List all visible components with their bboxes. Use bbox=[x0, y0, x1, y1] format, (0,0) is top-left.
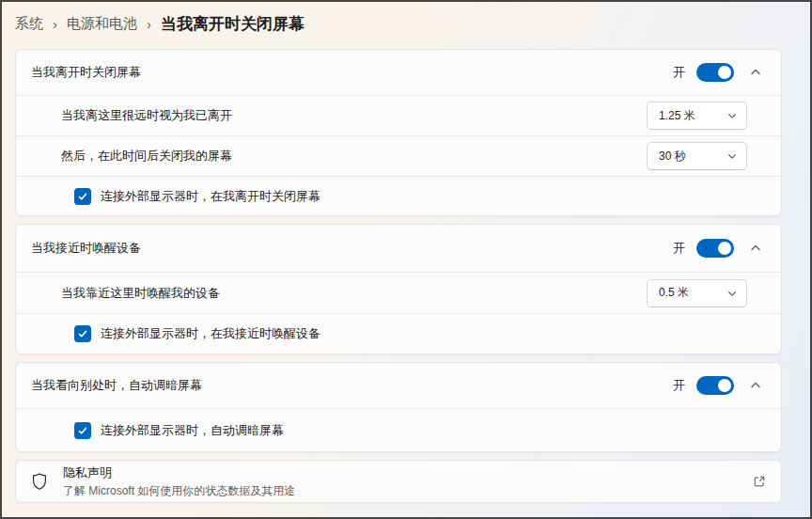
breadcrumb-separator-icon: › bbox=[147, 16, 151, 33]
chevron-down-icon bbox=[727, 289, 737, 298]
setting-row-leave-distance: 当我离这里很远时视为我已离开 1.25 米 bbox=[16, 95, 781, 135]
setting-label: 然后，在此时间后关闭我的屏幕 bbox=[61, 148, 232, 165]
card-title: 当我接近时唤醒设备 bbox=[31, 240, 141, 257]
checkbox-row-external-display-dim[interactable]: 连接外部显示器时，自动调暗屏幕 bbox=[16, 408, 781, 451]
settings-window: 系统 › 电源和电池 › 当我离开时关闭屏幕 当我离开时关闭屏幕 开 当我离这里… bbox=[0, 0, 812, 519]
privacy-text: 隐私声明 了解 Microsoft 如何使用你的状态数据及其用途 bbox=[63, 464, 738, 499]
dropdown-value: 1.25 米 bbox=[659, 108, 695, 124]
header-controls: 开 bbox=[673, 62, 766, 83]
dropdown-value: 30 秒 bbox=[659, 149, 686, 165]
checkbox-label: 连接外部显示器时，自动调暗屏幕 bbox=[101, 422, 284, 439]
chevron-up-icon[interactable] bbox=[745, 62, 766, 83]
expander-header-wake-on-approach[interactable]: 当我接近时唤醒设备 开 bbox=[16, 225, 781, 272]
setting-label: 当我离这里很远时视为我已离开 bbox=[61, 107, 232, 124]
toggle-state-label: 开 bbox=[673, 64, 685, 81]
checkbox-row-external-display-screen-off[interactable]: 连接外部显示器时，在我离开时关闭屏幕 bbox=[16, 176, 781, 215]
card-wake-on-approach: 当我接近时唤醒设备 开 当我靠近这里时唤醒我的设备 0.5 米 连接 bbox=[15, 224, 782, 354]
card-dim-on-look-away: 当我看向别处时，自动调暗屏幕 开 连接外部显示器时，自动调暗屏幕 bbox=[15, 362, 782, 452]
page-title: 当我离开时关闭屏幕 bbox=[161, 13, 304, 35]
privacy-title: 隐私声明 bbox=[63, 464, 738, 481]
breadcrumb-separator-icon: › bbox=[53, 16, 57, 33]
checkbox-label: 连接外部显示器时，在我离开时关闭屏幕 bbox=[101, 188, 320, 205]
screen-off-toggle[interactable] bbox=[696, 63, 734, 82]
privacy-description: 了解 Microsoft 如何使用你的状态数据及其用途 bbox=[63, 483, 738, 499]
checkbox-label: 连接外部显示器时，在我接近时唤醒设备 bbox=[101, 325, 320, 342]
privacy-statement-link[interactable]: 隐私声明 了解 Microsoft 如何使用你的状态数据及其用途 bbox=[15, 460, 782, 503]
card-title: 当我离开时关闭屏幕 bbox=[31, 64, 141, 81]
chevron-up-icon[interactable] bbox=[745, 375, 766, 396]
checkbox-row-external-display-wake[interactable]: 连接外部显示器时，在我接近时唤醒设备 bbox=[16, 313, 781, 354]
breadcrumb-system[interactable]: 系统 bbox=[15, 15, 43, 33]
expander-header-screen-off[interactable]: 当我离开时关闭屏幕 开 bbox=[16, 50, 781, 95]
chevron-down-icon bbox=[727, 151, 737, 161]
dim-on-look-away-toggle[interactable] bbox=[696, 376, 734, 395]
toggle-state-label: 开 bbox=[673, 377, 685, 394]
toggle-knob bbox=[718, 66, 731, 79]
breadcrumb-power-and-battery[interactable]: 电源和电池 bbox=[67, 15, 137, 33]
toggle-knob bbox=[718, 379, 731, 392]
header-controls: 开 bbox=[673, 375, 766, 396]
dropdown-value: 0.5 米 bbox=[659, 285, 689, 301]
breadcrumb: 系统 › 电源和电池 › 当我离开时关闭屏幕 bbox=[2, 2, 810, 49]
leave-distance-dropdown[interactable]: 1.25 米 bbox=[647, 102, 747, 130]
header-controls: 开 bbox=[673, 238, 766, 259]
wake-distance-dropdown[interactable]: 0.5 米 bbox=[647, 279, 747, 307]
setting-row-screen-off-delay: 然后，在此时间后关闭我的屏幕 30 秒 bbox=[16, 135, 781, 176]
external-display-screen-off-checkbox[interactable] bbox=[74, 188, 91, 205]
external-display-wake-checkbox[interactable] bbox=[74, 325, 91, 342]
chevron-up-icon[interactable] bbox=[745, 238, 766, 259]
external-link-icon[interactable] bbox=[753, 475, 766, 488]
card-screen-off-when-leave: 当我离开时关闭屏幕 开 当我离这里很远时视为我已离开 1.25 米 然后，在此时… bbox=[15, 49, 782, 216]
toggle-state-label: 开 bbox=[673, 240, 685, 257]
shield-icon bbox=[31, 472, 48, 491]
toggle-knob bbox=[718, 242, 731, 255]
wake-on-approach-toggle[interactable] bbox=[696, 239, 734, 258]
card-title: 当我看向别处时，自动调暗屏幕 bbox=[31, 377, 202, 394]
expander-header-dim-on-look-away[interactable]: 当我看向别处时，自动调暗屏幕 开 bbox=[16, 363, 781, 408]
setting-label: 当我靠近这里时唤醒我的设备 bbox=[61, 285, 220, 302]
chevron-down-icon bbox=[727, 111, 737, 120]
setting-row-wake-distance: 当我靠近这里时唤醒我的设备 0.5 米 bbox=[16, 272, 781, 313]
screen-off-delay-dropdown[interactable]: 30 秒 bbox=[647, 142, 747, 170]
external-display-dim-checkbox[interactable] bbox=[74, 422, 91, 439]
